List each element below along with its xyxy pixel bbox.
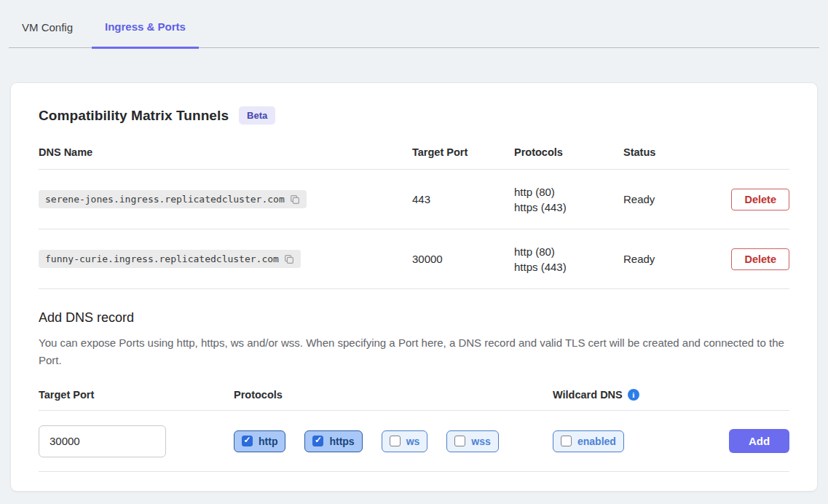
protocol-line: http (80) <box>514 244 623 259</box>
status-value: Ready <box>623 253 696 265</box>
col-header-target-port: Target Port <box>412 146 514 158</box>
beta-badge: Beta <box>239 106 275 125</box>
target-port-value: 443 <box>412 193 514 205</box>
protocol-line: http (80) <box>514 184 623 200</box>
checkbox-wildcard-enabled[interactable]: enabled <box>553 430 624 452</box>
form-header-target-port: Target Port <box>39 389 234 401</box>
dns-name-text: serene-jones.ingress.replicatedcluster.c… <box>45 194 285 205</box>
form-header-wildcard-dns: Wildcard DNS <box>553 389 623 401</box>
checkbox-box[interactable] <box>312 436 323 446</box>
tab-bar: VM Config Ingress & Ports <box>9 0 819 48</box>
checkbox-box[interactable] <box>242 436 253 446</box>
checkbox-label: http <box>259 436 277 447</box>
add-form-header: Target Port Protocols Wildcard DNS i <box>39 389 789 411</box>
dns-name-pill: funny-curie.ingress.replicatedcluster.co… <box>39 250 301 268</box>
target-port-input[interactable] <box>39 425 166 457</box>
protocol-line: https (443) <box>514 200 623 215</box>
tunnels-table-header: DNS Name Target Port Protocols Status <box>39 146 789 170</box>
checkbox-label: enabled <box>577 436 616 447</box>
checkbox-ws[interactable]: ws <box>382 430 428 452</box>
checkbox-box[interactable] <box>561 436 572 446</box>
dns-name-text: funny-curie.ingress.replicatedcluster.co… <box>45 253 279 264</box>
checkbox-http[interactable]: http <box>234 430 285 452</box>
checkbox-label: ws <box>406 436 420 447</box>
card-title: Compatibility Matrix Tunnels <box>39 108 229 124</box>
checkbox-label: wss <box>471 436 490 447</box>
copy-icon[interactable] <box>290 194 300 205</box>
card-header: Compatibility Matrix Tunnels Beta <box>39 106 789 125</box>
tab-ingress-ports[interactable]: Ingress & Ports <box>92 0 199 49</box>
checkbox-label: https <box>329 436 354 447</box>
checkbox-https[interactable]: https <box>304 430 362 452</box>
add-dns-record-description: You can expose Ports using http, https, … <box>39 334 789 369</box>
tunnels-card: Compatibility Matrix Tunnels Beta DNS Na… <box>10 82 818 492</box>
delete-button[interactable]: Delete <box>731 189 789 210</box>
status-value: Ready <box>623 193 696 205</box>
add-dns-record-title: Add DNS record <box>39 310 789 326</box>
target-port-value: 30000 <box>412 253 514 265</box>
col-header-protocols: Protocols <box>514 146 623 158</box>
delete-button[interactable]: Delete <box>731 248 789 270</box>
add-button[interactable]: Add <box>729 429 789 453</box>
col-header-dns-name: DNS Name <box>39 146 412 158</box>
protocol-line: https (443) <box>514 259 623 275</box>
add-form-row: http https ws wss enabled Add <box>39 411 789 472</box>
dns-name-pill: serene-jones.ingress.replicatedcluster.c… <box>39 190 307 208</box>
checkbox-wss[interactable]: wss <box>446 430 498 452</box>
form-header-protocols: Protocols <box>234 389 553 401</box>
tab-vm-config[interactable]: VM Config <box>9 1 86 47</box>
info-icon[interactable]: i <box>628 389 639 401</box>
table-row: funny-curie.ingress.replicatedcluster.co… <box>39 229 789 289</box>
col-header-status: Status <box>623 146 696 158</box>
checkbox-box[interactable] <box>390 436 401 446</box>
copy-icon[interactable] <box>284 254 294 264</box>
checkbox-box[interactable] <box>454 436 465 446</box>
table-row: serene-jones.ingress.replicatedcluster.c… <box>39 170 789 229</box>
protocol-checkbox-group: http https ws wss <box>234 430 553 452</box>
